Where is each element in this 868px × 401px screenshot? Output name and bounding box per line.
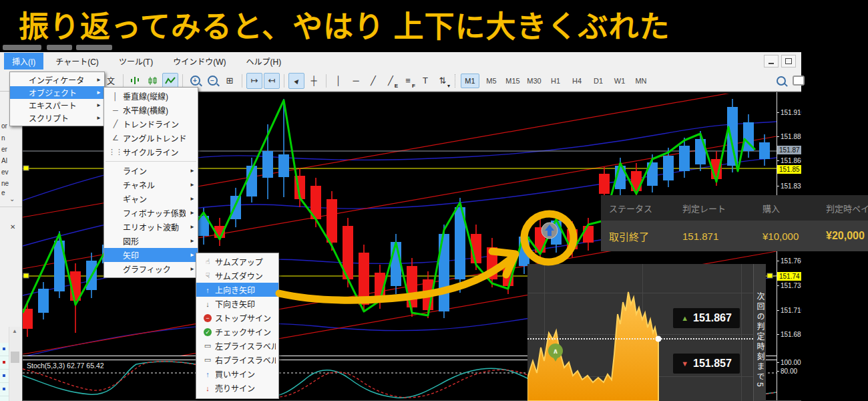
menu-item[interactable]: ✓チェックサイン: [196, 325, 278, 339]
menubar-item[interactable]: ツール(T): [111, 53, 161, 70]
timeframe-h1[interactable]: H1: [546, 74, 565, 88]
candle-body: [38, 289, 49, 313]
menu-item[interactable]: −ストップサイン: [196, 311, 278, 325]
menu-item[interactable]: ↑買いサイン: [196, 367, 278, 381]
blue-tick-icon: [3, 348, 5, 350]
menu-item[interactable]: チャネル►: [104, 178, 198, 192]
menu-item[interactable]: ▭右プライスラベル: [196, 353, 278, 367]
menu-item[interactable]: ☝サムズアップ: [196, 255, 278, 269]
text-tool-button[interactable]: T: [417, 73, 433, 89]
menu-item[interactable]: ギャン►: [104, 192, 198, 206]
menu-item[interactable]: オブジェクト►: [10, 86, 104, 99]
menu-item-label: 左プライスラベル: [215, 340, 276, 352]
sidebar-text-fragment: e: [1, 189, 5, 196]
horizontal-line-tool-button[interactable]: ─: [348, 73, 364, 89]
bar-chart-mode-icon: [130, 76, 141, 86]
menu-item[interactable]: エキスパート►: [10, 99, 104, 112]
menu-item[interactable]: ╱トレンドライン: [104, 117, 198, 131]
menu-item[interactable]: ⋮⋮サイクルライン: [104, 145, 198, 159]
entry-pin-icon: ∧: [548, 344, 563, 358]
submenu-arrow-icon: ►: [96, 77, 101, 83]
menu-item[interactable]: グラフィック►: [104, 262, 198, 276]
price-box-yellow: 151.74: [777, 272, 801, 281]
new-order-partial-button[interactable]: 文: [103, 73, 119, 89]
timeframe-m15[interactable]: M15: [503, 74, 522, 88]
auto-scroll-button[interactable]: ↦: [246, 73, 262, 89]
quote-row[interactable]: [0, 396, 9, 401]
line-chart-mode-button[interactable]: [162, 73, 178, 89]
zoom-out-button[interactable]: −: [204, 73, 220, 89]
timeframe-d1[interactable]: D1: [589, 74, 608, 88]
bar-chart-mode-button[interactable]: [128, 73, 144, 89]
menubar-item[interactable]: ヘルプ(H): [238, 53, 290, 70]
menubar-item[interactable]: 挿入(I): [4, 53, 43, 70]
axis-label: 151.910: [777, 109, 801, 116]
vertical-line-tool-button[interactable]: │: [331, 73, 347, 89]
menu-item[interactable]: エリオット波動►: [104, 220, 198, 234]
menu-item[interactable]: ↓売りサイン: [196, 381, 278, 395]
stochastic-label: Stoch(5,3,3) 62.77 65.42: [27, 362, 104, 370]
timeframe-h4[interactable]: H4: [568, 74, 586, 88]
timeframe-m1[interactable]: M1: [461, 74, 479, 88]
trade-panel-header: ステータス 判定レート 購入 判定時ペイ: [601, 195, 868, 221]
menu-item-label: アングルトレンド: [123, 132, 195, 144]
timeframe-m30[interactable]: M30: [525, 74, 544, 88]
close-icon[interactable]: ✕: [10, 223, 15, 231]
chevron-down-icon[interactable]: ⌄: [9, 195, 15, 203]
menu-item[interactable]: ─水平線(横線): [104, 103, 198, 117]
menu-item[interactable]: ☟サムズダウン: [196, 269, 278, 283]
status-value: 取引終了: [601, 229, 674, 243]
arrows-tool-dropdown-sub-label: ▾: [447, 83, 450, 89]
candle-body: [519, 237, 529, 266]
blue-tick-icon: [3, 374, 5, 377]
quote-row[interactable]: [0, 343, 9, 356]
submenu-arrow-icon: ►: [96, 115, 101, 121]
chart-shift-button[interactable]: ↤: [264, 73, 280, 89]
timeframe-w1[interactable]: W1: [610, 74, 629, 88]
trendline-tool-button[interactable]: ╱: [365, 73, 381, 89]
menu-item[interactable]: ↑上向き矢印: [196, 283, 278, 297]
quote-row[interactable]: [0, 370, 9, 383]
candlestick-mode-button[interactable]: [145, 73, 161, 89]
scrollbar-thumb[interactable]: [11, 352, 19, 363]
menu-item[interactable]: 矢印►: [104, 248, 198, 262]
menu-item[interactable]: ライン►: [104, 164, 198, 178]
candle-body: [407, 266, 417, 307]
arrows-tool-dropdown-button[interactable]: ⇅▾: [435, 73, 451, 89]
candle-body: [583, 226, 594, 243]
quote-row[interactable]: [0, 356, 9, 370]
menubar-item[interactable]: チャート(C): [47, 53, 107, 70]
cursor-button[interactable]: ►: [288, 73, 304, 89]
menu-item-label: 右プライスラベル: [215, 354, 276, 366]
restore-button[interactable]: [781, 55, 796, 68]
menu-item[interactable]: ↓下向き矢印: [196, 297, 278, 311]
menubar-item[interactable]: ウインドウ(W): [165, 53, 234, 70]
timeframe-mn[interactable]: MN: [632, 74, 650, 88]
menu-item-label: ライン: [123, 165, 186, 176]
scroll-up-icon[interactable]: ▲: [12, 328, 17, 334]
fibonacci-tool-button[interactable]: ≡F: [400, 73, 416, 89]
quote-row[interactable]: [0, 383, 9, 396]
trendline-tool-icon: ╱: [371, 76, 376, 86]
zoom-in-button[interactable]: +: [187, 73, 203, 89]
window-buttons: [764, 55, 801, 68]
tile-windows-button[interactable]: ⊞: [222, 73, 238, 89]
menu-item-label: トレンドライン: [123, 118, 195, 130]
crosshair-button[interactable]: ┼: [306, 73, 322, 89]
search-button[interactable]: [773, 73, 789, 89]
menu-item[interactable]: ▭左プライスラベル: [196, 339, 278, 353]
menu-item[interactable]: インディケータ►: [10, 74, 104, 86]
equidistant-channel-tool-button[interactable]: ╱E: [383, 73, 399, 89]
sidebar-scrollbar[interactable]: ▲: [9, 327, 21, 401]
menu-item[interactable]: フィボナッチ係数►: [104, 206, 198, 220]
label-left-icon: ▭: [200, 342, 215, 350]
timeframe-m5[interactable]: M5: [482, 74, 501, 88]
menu-item[interactable]: スクリプト►: [10, 112, 104, 124]
menu-item[interactable]: │垂直線(縦線): [104, 89, 198, 103]
axis-label: 151.710: [777, 307, 801, 314]
menu-item[interactable]: 図形►: [104, 234, 198, 248]
chat-button[interactable]: [791, 73, 807, 89]
minimize-button[interactable]: [764, 55, 779, 68]
toolbar-separator: [123, 74, 124, 88]
menu-item[interactable]: ∠アングルトレンド: [104, 131, 198, 145]
